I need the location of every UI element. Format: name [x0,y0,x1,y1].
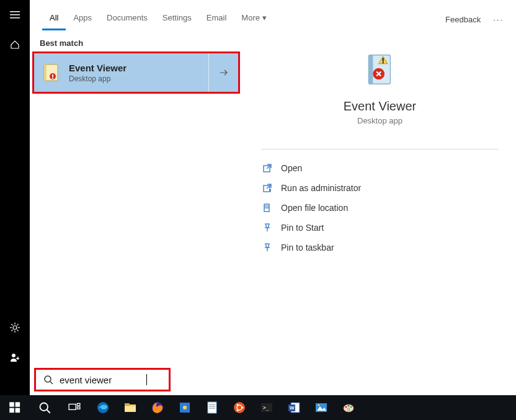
detail-subtitle: Desktop app [357,116,403,125]
app-icon [179,401,191,414]
tab-apps[interactable]: Apps [66,4,99,30]
svg-rect-19 [52,78,53,79]
result-title: Event Viewer [69,63,208,73]
svg-rect-18 [52,74,53,77]
svg-line-32 [50,382,53,384]
detail-column: Event Viewer Desktop app Open Run as adm… [244,31,516,397]
feedback-link[interactable]: Feedback [445,15,481,24]
taskbar: >_ W [0,395,516,420]
action-open[interactable]: Open [256,158,504,178]
svg-rect-33 [9,402,14,407]
action-open-location[interactable]: Open file location [256,198,504,218]
divider [261,149,499,150]
event-viewer-large-icon [360,50,400,89]
pin-icon [262,243,272,252]
svg-line-38 [47,410,50,413]
svg-rect-16 [44,65,47,81]
search-icon [38,401,51,414]
search-input[interactable] [60,375,146,385]
home-button[interactable] [0,30,30,60]
results-column: Best match Event Viewer Desktop app [30,31,244,397]
svg-rect-23 [382,58,383,61]
folder-icon [124,401,136,414]
svg-line-8 [11,324,12,325]
action-pin-taskbar[interactable]: Pin to taskbar [256,238,504,257]
taskbar-app-firefox[interactable] [144,395,171,420]
svg-rect-41 [77,407,79,409]
svg-rect-1 [10,14,20,16]
taskbar-app-paint[interactable] [335,395,362,420]
chevron-down-icon: ▾ [262,13,267,22]
open-icon [262,163,272,173]
word-icon: W [288,401,300,414]
photos-icon [315,401,327,414]
svg-rect-45 [125,406,136,412]
ubuntu-icon [233,401,246,414]
start-button[interactable] [0,395,30,420]
taskbar-app-file-explorer[interactable] [117,395,144,420]
tab-settings[interactable]: Settings [155,4,199,30]
search-result-item[interactable]: Event Viewer Desktop app [34,53,238,92]
search-panel: All Apps Documents Settings Email More ▾… [30,0,516,397]
svg-point-70 [347,408,350,411]
task-view-icon [68,401,81,414]
gear-icon [10,323,20,333]
action-run-admin[interactable]: Run as administrator [256,178,504,198]
taskbar-app-terminal[interactable]: >_ [253,395,280,420]
taskbar-app-ubuntu[interactable] [226,395,253,420]
taskbar-app-notepad[interactable] [198,395,226,420]
svg-line-11 [17,324,19,325]
svg-rect-39 [69,404,76,409]
svg-point-12 [12,354,16,357]
svg-rect-34 [16,402,20,407]
arrow-right-icon [219,68,229,78]
settings-gear-button[interactable] [0,313,30,342]
svg-text:W: W [290,405,295,411]
svg-point-57 [237,409,239,411]
svg-rect-21 [368,55,373,84]
svg-point-3 [13,326,17,329]
svg-point-65 [318,404,320,406]
paint-icon [342,401,355,414]
svg-point-67 [345,406,347,408]
detail-actions: Open Run as administrator Open file loca… [244,154,516,261]
svg-rect-36 [16,408,20,413]
cortana-sidebar [0,0,30,397]
pin-icon [262,223,272,233]
taskbar-search-button[interactable] [30,395,60,420]
text-caret [146,374,147,385]
terminal-icon: >_ [260,401,273,414]
expand-result-button[interactable] [208,53,238,92]
notepad-icon [206,401,218,414]
taskbar-app-generic-blue[interactable] [171,395,198,420]
hamburger-menu-button[interactable] [0,0,30,30]
hamburger-icon [10,10,20,20]
task-view-button[interactable] [60,395,89,420]
svg-rect-40 [77,403,79,405]
account-button[interactable] [0,342,30,372]
svg-point-48 [183,406,187,409]
taskbar-app-photos[interactable] [308,395,335,420]
svg-point-68 [348,405,350,407]
svg-rect-24 [382,62,383,63]
action-pin-start[interactable]: Pin to Start [256,218,504,238]
svg-rect-49 [208,402,216,413]
svg-point-56 [237,404,239,406]
more-options-button[interactable]: ··· [493,15,504,24]
tab-more[interactable]: More ▾ [234,4,274,30]
svg-point-55 [242,407,244,409]
taskbar-app-word[interactable]: W [280,395,308,420]
svg-rect-44 [125,403,130,406]
annotation-highlight: Event Viewer Desktop app [32,51,240,94]
search-filter-tabs: All Apps Documents Settings Email More ▾… [30,0,516,31]
tab-email[interactable]: Email [199,4,234,30]
svg-point-69 [350,406,352,408]
taskbar-app-edge[interactable] [89,395,117,420]
svg-line-9 [17,330,19,331]
home-icon [10,40,20,50]
svg-point-37 [40,403,48,411]
admin-shield-icon [262,183,272,193]
tab-all[interactable]: All [42,4,66,30]
tab-documents[interactable]: Documents [99,4,155,30]
firefox-icon [151,401,164,414]
